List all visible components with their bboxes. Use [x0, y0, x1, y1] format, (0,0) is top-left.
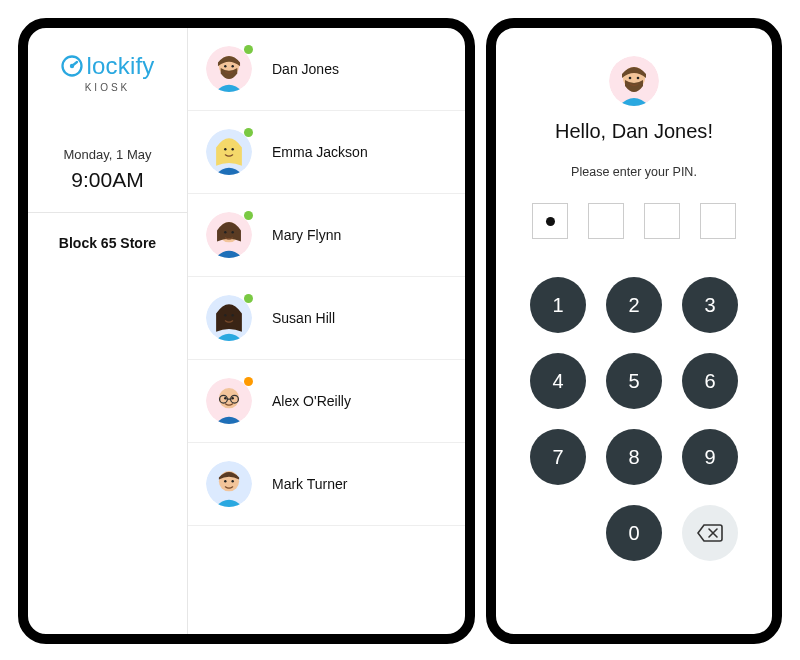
svg-point-5: [231, 65, 233, 67]
employee-name: Mary Flynn: [272, 227, 341, 243]
svg-point-8: [224, 148, 226, 150]
svg-point-27: [224, 480, 226, 482]
pin-digit-box[interactable]: [644, 203, 680, 239]
pin-digit-box[interactable]: [588, 203, 624, 239]
pin-digit-box[interactable]: [532, 203, 568, 239]
location-name: Block 65 Store: [59, 235, 156, 251]
employee-avatar: [206, 378, 252, 424]
svg-point-4: [224, 65, 226, 67]
employee-avatar: [206, 129, 252, 175]
brand-logo: lockify KIOSK: [60, 28, 154, 99]
status-dot: [244, 128, 253, 137]
keypad-key-1[interactable]: 1: [530, 277, 586, 333]
employee-row[interactable]: Alex O'Reilly: [188, 360, 465, 443]
pin-filled-dot: [546, 217, 555, 226]
numeric-keypad: 1234567890: [530, 277, 738, 561]
keypad-key-9[interactable]: 9: [682, 429, 738, 485]
employee-row[interactable]: Dan Jones: [188, 28, 465, 111]
keypad-key-3[interactable]: 3: [682, 277, 738, 333]
svg-point-13: [231, 231, 233, 233]
svg-point-9: [231, 148, 233, 150]
employee-avatar: [206, 212, 252, 258]
status-dot: [244, 377, 253, 386]
current-date: Monday, 1 May: [28, 147, 187, 162]
pin-device: Hello, Dan Jones! Please enter your PIN.…: [486, 18, 782, 644]
keypad-spacer: [530, 505, 586, 561]
employee-list: Dan Jones Emma Jackson Mary Flynn Susan …: [188, 28, 465, 634]
employee-row[interactable]: Emma Jackson: [188, 111, 465, 194]
svg-point-16: [224, 314, 226, 316]
selected-employee-avatar: [609, 56, 659, 106]
clockify-logo-icon: [60, 54, 84, 78]
pin-instruction: Please enter your PIN.: [571, 165, 697, 179]
kiosk-device: lockify KIOSK Monday, 1 May 9:00AM Block…: [18, 18, 475, 644]
status-dot: [244, 294, 253, 303]
employee-avatar: [206, 46, 252, 92]
svg-point-28: [231, 480, 233, 482]
keypad-key-6[interactable]: 6: [682, 353, 738, 409]
employee-name: Alex O'Reilly: [272, 393, 351, 409]
employee-name: Mark Turner: [272, 476, 347, 492]
svg-point-31: [629, 77, 632, 80]
svg-point-32: [637, 77, 640, 80]
current-time: 9:00AM: [28, 168, 187, 192]
keypad-key-5[interactable]: 5: [606, 353, 662, 409]
svg-point-23: [224, 397, 226, 399]
keypad-key-8[interactable]: 8: [606, 429, 662, 485]
keypad-key-2[interactable]: 2: [606, 277, 662, 333]
sidebar: lockify KIOSK Monday, 1 May 9:00AM Block…: [28, 28, 188, 634]
employee-row[interactable]: Mark Turner: [188, 443, 465, 526]
pin-input-fields: [532, 203, 736, 239]
employee-avatar: [206, 295, 252, 341]
employee-avatar: [206, 461, 252, 507]
keypad-key-7[interactable]: 7: [530, 429, 586, 485]
employee-name: Susan Hill: [272, 310, 335, 326]
status-dot: [244, 211, 253, 220]
status-dot: [244, 45, 253, 54]
svg-point-12: [224, 231, 226, 233]
employee-name: Emma Jackson: [272, 144, 368, 160]
employee-row[interactable]: Susan Hill: [188, 277, 465, 360]
svg-point-24: [231, 397, 233, 399]
employee-name: Dan Jones: [272, 61, 339, 77]
greeting-text: Hello, Dan Jones!: [555, 120, 713, 143]
keypad-key-4[interactable]: 4: [530, 353, 586, 409]
brand-subtitle: KIOSK: [60, 82, 154, 93]
brand-name: lockify: [86, 52, 154, 80]
greeting-name: Dan Jones: [612, 120, 708, 142]
backspace-icon: [697, 524, 723, 542]
svg-point-17: [231, 314, 233, 316]
pin-digit-box[interactable]: [700, 203, 736, 239]
keypad-backspace[interactable]: [682, 505, 738, 561]
date-time-block: Monday, 1 May 9:00AM: [28, 147, 187, 213]
employee-row[interactable]: Mary Flynn: [188, 194, 465, 277]
keypad-key-0[interactable]: 0: [606, 505, 662, 561]
